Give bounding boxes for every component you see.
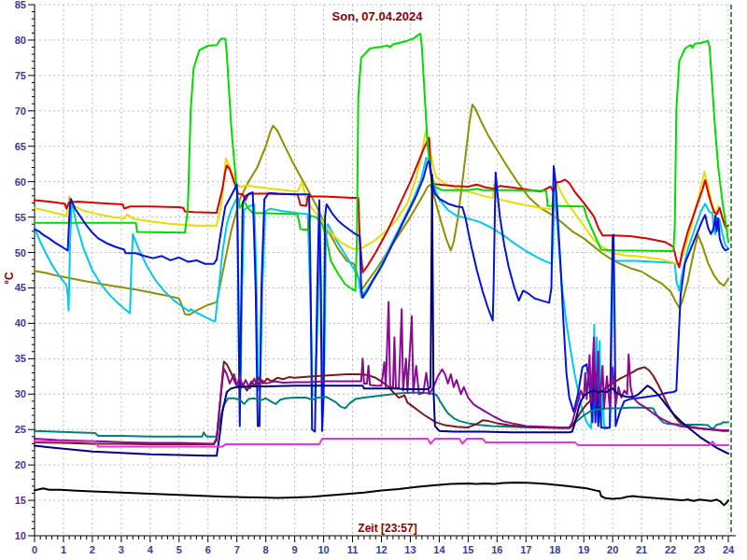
x-tick-label: 11	[347, 544, 359, 555]
x-tick-label: 5	[176, 544, 182, 555]
y-tick-label: 65	[15, 141, 26, 152]
x-tick-label: 2	[90, 544, 95, 555]
x-tick-label: 1	[61, 544, 66, 555]
y-tick-label: 30	[15, 388, 26, 399]
x-tick-label: 3	[119, 544, 124, 555]
x-tick-label: 24	[723, 544, 735, 555]
x-tick-label: 17	[520, 544, 531, 555]
plot-area[interactable]: 1015202530354045505560657075808501234567…	[0, 0, 747, 560]
x-tick-label: 20	[607, 544, 618, 555]
x-tick-label: 23	[694, 544, 705, 555]
x-tick-label: 14	[433, 544, 445, 555]
y-axis-label: °C	[3, 272, 16, 285]
y-tick-label: 10	[15, 530, 26, 541]
winsol-day-chart-window: 1015202530354045505560657075808501234567…	[0, 0, 747, 560]
x-axis-label: Zeit [23:57]	[358, 522, 416, 535]
y-tick-label: 45	[15, 282, 26, 293]
y-tick-label: 15	[15, 495, 26, 506]
x-tick-label: 13	[404, 544, 416, 555]
x-tick-label: 10	[317, 544, 329, 555]
x-tick-label: 16	[491, 544, 502, 555]
y-tick-label: 20	[15, 459, 26, 470]
grid	[35, 5, 728, 536]
x-tick-label: 7	[234, 544, 240, 555]
x-tick-label: 15	[462, 544, 473, 555]
y-tick-label: 75	[15, 70, 26, 81]
x-tick-label: 6	[205, 544, 211, 555]
x-tick-label: 9	[292, 544, 298, 555]
x-tick-label: 8	[263, 544, 269, 555]
y-tick-label: 85	[15, 0, 26, 10]
x-tick-label: 18	[549, 544, 560, 555]
y-tick-label: 70	[15, 105, 26, 117]
y-tick-label: 40	[15, 317, 26, 329]
y-tick-label: 50	[15, 247, 26, 259]
y-tick-label: 60	[15, 176, 26, 188]
y-tick-label: 35	[15, 353, 26, 364]
x-tick-label: 19	[578, 544, 589, 555]
x-tick-label: 4	[148, 544, 154, 555]
x-tick-label: 21	[636, 544, 647, 555]
y-tick-label: 25	[15, 424, 26, 435]
x-tick-label: 0	[32, 544, 37, 555]
chart-title: Son, 07.04.2024	[332, 9, 424, 23]
y-tick-label: 80	[15, 35, 26, 46]
x-tick-label: 22	[665, 544, 676, 555]
x-tick-label: 12	[375, 544, 387, 555]
y-tick-label: 55	[15, 212, 26, 223]
